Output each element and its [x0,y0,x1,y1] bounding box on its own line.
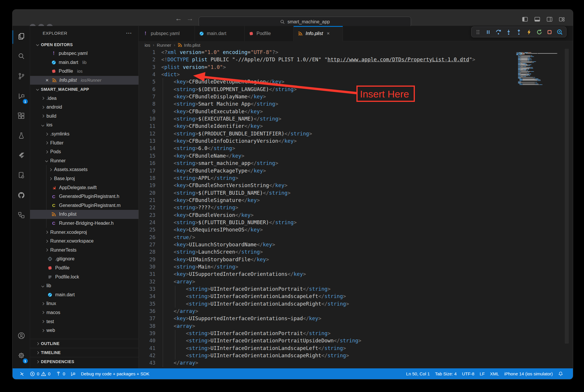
tree-item-Base.lproj[interactable]: Base.lproj [30,174,138,183]
tab-Podfile[interactable]: Podfile [245,26,294,41]
activity-bar-item-search[interactable] [13,47,30,67]
open-editors-section-header[interactable]: OPEN EDITORS [30,40,138,49]
line-number: 21 [139,197,155,204]
line-number: 15 [139,152,155,160]
breadcrumb: ios›Runner›Info.plist [139,41,573,49]
tree-item-.symlinks[interactable]: .symlinks [30,130,138,139]
tab-main.dart[interactable]: main.dart [195,26,245,41]
tree-item-label: Flutter [50,140,63,146]
debug-hot-reload-button[interactable] [526,29,532,35]
tab-Info.plist[interactable]: Info.plist× [294,26,343,41]
status-eol[interactable]: LF [477,368,488,379]
tree-item-.gitignore[interactable]: .gitignore [30,255,138,264]
open-editor-Podfile[interactable]: Podfileios [30,67,138,76]
views-and-more-actions-button[interactable]: ⋯ [126,29,132,36]
tree-item-build[interactable]: build [30,112,138,121]
tree-item-Runner.xcodeproj[interactable]: Runner.xcodeproj [30,228,138,237]
status-debug-configuration[interactable]: Debug my code + packages + SDK [78,368,152,379]
status-ports[interactable]: 0 [53,368,68,379]
debug-pause-button[interactable] [485,29,491,35]
activity-bar-item-settings[interactable]: 1 [13,346,30,366]
tree-item-Runner.xcworkspace[interactable]: Runner.xcworkspace [30,237,138,246]
code-line-7: <key>CFBundleDisplayName</key> [161,93,573,100]
breadcrumb-item-Runner[interactable]: Runner [157,43,171,48]
tree-item-Info.plist[interactable]: Info.plist [30,210,138,219]
tree-item-Podfile.lock[interactable]: Podfile.lock [30,272,138,281]
tree-item-android[interactable]: android [30,103,138,112]
status-flutter-device[interactable]: iPhone 14 (ios simulator) [502,368,555,379]
line-number: 36 [139,308,155,315]
tree-item-macos[interactable]: macos [30,308,138,317]
activity-bar-item-run-and-debug[interactable]: 1 [13,87,30,107]
tree-item-label: Podfile.lock [55,274,79,280]
close-editor-icon[interactable]: × [45,78,49,83]
debug-restart-button[interactable] [536,29,543,35]
breadcrumb-item-Info.plist[interactable]: Info.plist [178,42,200,48]
customize-layout-icon[interactable] [558,15,565,23]
code-editor[interactable]: 1234567891011121314151617181920212223242… [139,49,573,368]
activity-bar-item-github[interactable] [13,186,30,206]
tree-item-Assets.xcassets[interactable]: Assets.xcassets [30,165,138,174]
project-section-header[interactable]: SMART_MACHINE_APP [30,85,138,94]
activity-bar-item-source-control[interactable] [13,67,30,87]
command-center-search[interactable]: smart_machine_app [199,17,411,27]
tree-item-Runner[interactable]: Runner [30,156,138,165]
tree-item-web[interactable]: web [30,326,138,335]
history-forward-button[interactable]: → [186,14,193,22]
debug-devtools-button[interactable] [557,29,563,35]
close-tab-icon[interactable]: × [327,31,330,36]
tree-item-Podfile[interactable]: Podfile [30,264,138,273]
sidebar-section-dependencies[interactable]: DEPENDENCIES [30,357,138,366]
activity-bar-item-extensions[interactable] [13,107,30,126]
status-encoding[interactable]: UTF-8 [459,368,477,379]
status-language-mode[interactable]: XML [487,368,502,379]
tree-item-ios[interactable]: ios [30,121,138,130]
status-cursor-position[interactable]: Ln 50, Col 1 [403,368,432,379]
debug-step-out-button[interactable] [516,29,522,35]
sidebar-section-timeline[interactable]: TIMELINE [30,348,138,357]
open-editor-pubspec.yaml[interactable]: !pubspec.yaml [30,49,138,58]
open-editor-Info.plist[interactable]: ×Info.plistios/Runner [30,76,138,85]
tree-item-Flutter[interactable]: Flutter [30,138,138,147]
activity-bar-item-accounts[interactable] [13,326,30,346]
activity-bar-item-project-manager[interactable] [13,166,30,186]
minimap[interactable] [516,49,558,85]
breadcrumb-item-ios[interactable]: ios [145,43,150,48]
tree-item-.idea[interactable]: .idea [30,94,138,103]
tree-item-test[interactable]: test [30,317,138,326]
status-problems[interactable]: 00 [27,368,53,379]
status-notifications[interactable] [555,368,566,379]
debug-grip-button[interactable] [475,29,481,35]
tree-item-GeneratedPluginRegistrant.h[interactable]: CGeneratedPluginRegistrant.h [30,192,138,201]
toggle-panel-icon[interactable] [533,15,541,23]
debug-step-over-button[interactable] [495,29,502,35]
toggle-secondary-sidebar-icon[interactable] [546,15,553,23]
toggle-primary-sidebar-icon[interactable] [521,15,528,23]
debug-stop-button[interactable] [546,29,553,35]
activity-bar-item-explorer[interactable] [13,27,30,47]
tree-item-linux[interactable]: linux [30,299,138,308]
status-remote-indicator[interactable] [17,368,27,379]
tree-item-Pods[interactable]: Pods [30,147,138,156]
tree-item-lib[interactable]: lib [30,281,138,290]
tree-item-RunnerTests[interactable]: RunnerTests [30,245,138,255]
status-debug-console[interactable] [68,368,78,379]
tree-item-GeneratedPluginRegistrant.m[interactable]: CGeneratedPluginRegistrant.m [30,201,138,210]
activity-bar-item-references[interactable] [13,206,30,226]
sidebar-section-outline[interactable]: OUTLINE [30,339,138,348]
activity-bar-item-testing[interactable] [13,126,30,146]
open-editor-main.dart[interactable]: main.dartlib [30,58,138,67]
activity-bar-item-flutter[interactable] [13,146,30,166]
tab-pubspec.yaml[interactable]: !pubspec.yaml [139,26,195,41]
history-back-button[interactable]: ← [175,14,182,22]
code-line-26: <true/> [161,234,573,241]
plist-file-icon [298,31,303,36]
tree-item-label: RunnerTests [50,248,77,253]
editor-scrollbar[interactable] [565,49,569,344]
tree-item-Runner-Bridging-Header.h[interactable]: CRunner-Bridging-Header.h [30,219,138,228]
status-indentation[interactable]: Tab Size: 4 [432,368,459,379]
debug-step-into-button[interactable] [505,29,512,35]
tree-item-AppDelegate.swift[interactable]: AppDelegate.swift [30,183,138,192]
breadcrumb-label: Info.plist [184,43,200,48]
tree-item-main.dart[interactable]: main.dart [30,290,138,299]
